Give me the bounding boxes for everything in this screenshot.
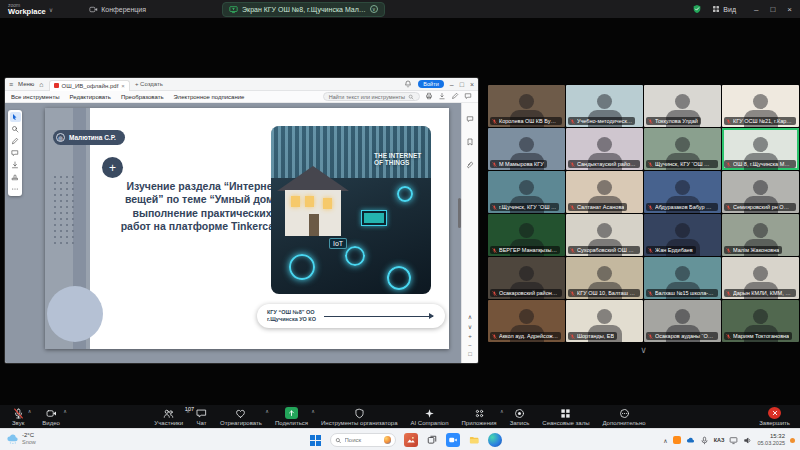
share-doc-icon[interactable]: [464, 92, 472, 101]
participant-tile[interactable]: КГУ ОСШ №21, г.Кара…: [722, 85, 799, 127]
menu-item[interactable]: Все инструменты: [11, 94, 59, 100]
acrobat-maximize-button[interactable]: □: [460, 81, 464, 88]
toolbar-button-ai-sparkle[interactable]: AI Companion: [410, 407, 448, 426]
participant-tile[interactable]: Учебно-методическ…: [566, 85, 643, 127]
document-scrollbar[interactable]: [458, 198, 461, 228]
participant-tile[interactable]: КГУ ОШ 10, Балташ А…: [566, 257, 643, 299]
menu-item[interactable]: Редактировать: [69, 94, 110, 100]
toolbar-button-participants[interactable]: Участники107∧: [154, 407, 183, 426]
participant-tile[interactable]: г.Щучинск, КГУ “ОШ …: [488, 171, 565, 213]
hamburger-menu-icon[interactable]: ≡: [9, 81, 13, 88]
weather-widget[interactable]: -2°C Snow: [6, 432, 36, 445]
minimize-button[interactable]: –: [754, 5, 758, 14]
participant-tile[interactable]: Аккол ауд. Адрейсож…: [488, 300, 565, 342]
participant-tile[interactable]: Сухорабовский ОШ №7…: [566, 214, 643, 256]
view-button[interactable]: Вид: [712, 5, 736, 13]
task-view-icon[interactable]: [425, 433, 439, 447]
volume-tray-icon[interactable]: [743, 431, 752, 449]
stamp-tool-icon[interactable]: [10, 172, 21, 182]
menu-item[interactable]: Электронное подписание: [174, 94, 245, 100]
participant-tile[interactable]: М Мамырова КГУ: [488, 128, 565, 170]
zoom-workplace-brand[interactable]: zoom Workplace ∨: [8, 3, 53, 16]
toolbar-button-video[interactable]: Видео∧: [42, 407, 60, 426]
toolbar-button-end-call[interactable]: Завершить: [759, 407, 790, 426]
toolbar-button-chat[interactable]: Чат: [196, 407, 207, 426]
participant-tile-active-speaker[interactable]: ОШ 8, г.Щучинска Малют…: [722, 128, 799, 170]
zoom-in-icon[interactable]: +: [468, 333, 472, 339]
tray-chevron-icon[interactable]: ∧: [663, 437, 667, 444]
participant-tile[interactable]: Балхаш №15 школа-ли…: [644, 257, 721, 299]
close-button[interactable]: ×: [787, 5, 792, 14]
chevron-up-icon[interactable]: ∧: [265, 408, 269, 414]
participant-tile[interactable]: Салтанат Асанова: [566, 171, 643, 213]
file-explorer-icon[interactable]: [467, 433, 481, 447]
print-icon[interactable]: [425, 92, 433, 101]
toolbar-button-apps-grid[interactable]: Приложения∧: [462, 407, 497, 426]
chevron-up-icon[interactable]: ∧: [28, 408, 32, 414]
sign-in-button[interactable]: Войти: [418, 80, 443, 88]
search-input[interactable]: [345, 437, 381, 443]
chevron-up-icon[interactable]: ∧: [500, 408, 504, 414]
notifications-bell-icon[interactable]: [404, 80, 412, 89]
gallery-more-chevron[interactable]: ∨: [488, 346, 799, 355]
notification-badge[interactable]: [790, 438, 795, 443]
toolbar-button-mic-off[interactable]: Звук∧: [12, 407, 24, 426]
annotate-icon[interactable]: [451, 92, 459, 101]
antivirus-tray-icon[interactable]: [673, 436, 681, 444]
menu-item[interactable]: Преобразовать: [121, 94, 164, 100]
onedrive-tray-icon[interactable]: [686, 431, 695, 449]
fit-page-icon[interactable]: □: [468, 351, 472, 357]
home-icon[interactable]: ⌂: [39, 81, 43, 88]
acrobat-close-button[interactable]: ×: [470, 81, 474, 88]
tab-screen-share[interactable]: Экран КГУ ОШ №8, г.Щучинска Мал… ∨: [222, 2, 385, 17]
toolbar-button-more-dots[interactable]: Дополнительно: [602, 407, 645, 426]
photos-app-icon[interactable]: [404, 433, 418, 447]
taskbar-search[interactable]: [330, 433, 396, 447]
participant-tile[interactable]: Сандыктауский район К…: [566, 128, 643, 170]
taskbar-clock[interactable]: 15:32 05.03.2025: [757, 433, 785, 447]
bookmarks-panel-icon[interactable]: [466, 132, 474, 150]
start-button[interactable]: [310, 435, 321, 446]
pencil-tool-icon[interactable]: [10, 136, 21, 146]
comment-tool-icon[interactable]: [10, 148, 21, 158]
edge-browser-icon[interactable]: [488, 433, 502, 447]
toolbar-button-record[interactable]: Запись: [510, 407, 530, 426]
language-indicator[interactable]: КАЗ: [714, 437, 725, 443]
attachments-panel-icon[interactable]: [466, 155, 474, 173]
network-tray-icon[interactable]: [729, 431, 738, 449]
security-shield-icon[interactable]: [692, 0, 702, 18]
download-icon[interactable]: [438, 92, 446, 101]
participant-tile[interactable]: Семияровский рн ОШ 10: [722, 171, 799, 213]
toolbar-button-breakout-rooms[interactable]: Сеансовые залы: [542, 407, 589, 426]
zoom-tool-icon[interactable]: [10, 124, 21, 134]
participant-tile[interactable]: Осакаровский район С…: [488, 257, 565, 299]
page-up-icon[interactable]: ∧: [468, 313, 472, 320]
zoom-app-icon[interactable]: [446, 433, 460, 447]
audio-device-tray-icon[interactable]: [700, 431, 709, 449]
participant-tile[interactable]: Дарын КМЛИ, КММ, Н…: [722, 257, 799, 299]
zoom-out-icon[interactable]: −: [468, 342, 472, 348]
chevron-up-icon[interactable]: ∧: [63, 408, 67, 414]
acrobat-minimize-button[interactable]: –: [450, 81, 454, 88]
maximize-button[interactable]: □: [770, 5, 775, 14]
page-down-icon[interactable]: ∨: [468, 323, 472, 330]
participant-tile[interactable]: Жан Ердибаев: [644, 214, 721, 256]
participant-tile[interactable]: Щучинск, КГУ “ОШ №…: [644, 128, 721, 170]
chevron-up-icon[interactable]: ∧: [311, 408, 315, 414]
toolbar-button-share-screen[interactable]: Поделиться∧: [275, 407, 308, 426]
toolbar-button-heart[interactable]: Отреагировать∧: [220, 407, 262, 426]
participant-tile[interactable]: Шортанды, ЕВ: [566, 300, 643, 342]
chevron-up-icon[interactable]: ∧: [186, 408, 190, 414]
participant-tile[interactable]: Королева ОШ КВ Бураба…: [488, 85, 565, 127]
close-tab-icon[interactable]: ×: [121, 83, 125, 89]
participant-tile[interactable]: Токкулова Улдай: [644, 85, 721, 127]
participant-tile[interactable]: Малім Жаконовна: [722, 214, 799, 256]
tab-meeting[interactable]: Конференция: [89, 5, 146, 14]
acrobat-search[interactable]: Найти текст или инструменты: [323, 92, 420, 101]
select-tool-icon[interactable]: [10, 112, 21, 122]
participant-tile[interactable]: Мариям Токтогановна: [722, 300, 799, 342]
new-tab-button[interactable]: + Создать: [135, 81, 163, 87]
participant-tile[interactable]: Абдуразаков Бабур К…: [644, 171, 721, 213]
participant-tile[interactable]: ВЕРГЕР Манапқызы…: [488, 214, 565, 256]
export-tool-icon[interactable]: [10, 160, 21, 170]
